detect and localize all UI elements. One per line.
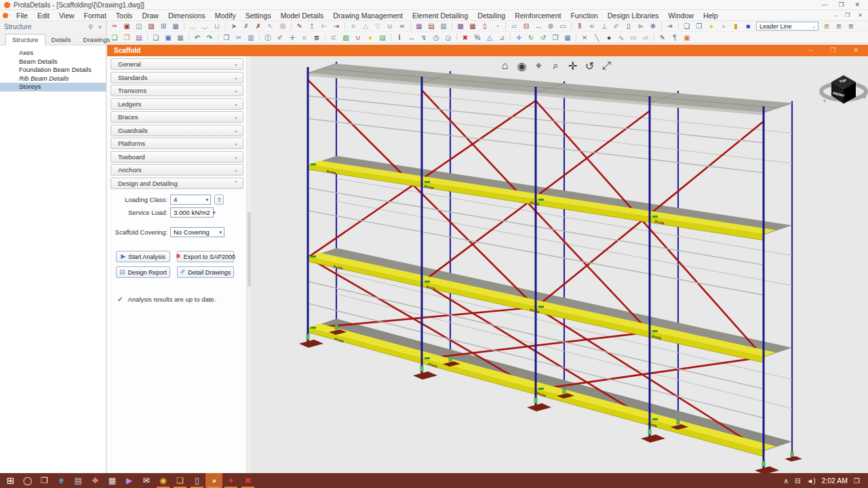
minimize-icon[interactable]: — xyxy=(821,1,827,9)
clock[interactable]: 2:02 AM xyxy=(822,476,848,485)
clock-icon[interactable]: ◷ xyxy=(430,33,442,43)
viewport-3d[interactable]: S E FRONT TOP ProtaProtaProtaProtaProtaP… xyxy=(251,56,868,473)
spray-icon[interactable]: ✐ xyxy=(274,33,286,43)
approx-icon[interactable]: ≂ xyxy=(586,21,598,31)
volume-icon[interactable]: ◄) xyxy=(806,477,815,485)
menu-format[interactable]: Format xyxy=(79,10,111,21)
pen2-icon[interactable]: ✐ xyxy=(610,21,623,31)
copy-layers-icon[interactable]: ❑ xyxy=(681,21,693,31)
bulb-on-icon[interactable]: ● xyxy=(705,21,717,31)
lock-icon[interactable]: ▮ xyxy=(730,21,742,31)
scaffold-restore-icon[interactable]: ❐ xyxy=(830,45,835,56)
menu-drawing-management[interactable]: Drawing Management xyxy=(328,10,408,21)
color-swatch-icon[interactable]: ■ xyxy=(742,21,754,31)
menu-draw[interactable]: Draw xyxy=(137,10,163,21)
section-general[interactable]: General ⌄ xyxy=(111,58,243,70)
redo-icon[interactable]: ↷ xyxy=(203,33,216,43)
file-explorer-icon[interactable]: ❏ xyxy=(172,473,189,488)
pan-icon[interactable]: ✛ xyxy=(513,33,525,43)
store-icon[interactable]: ▤ xyxy=(70,473,87,488)
export-up-icon[interactable]: ↥ xyxy=(306,21,318,31)
grid-dots-icon[interactable]: ⌗ xyxy=(298,33,311,43)
rebar-mark-icon[interactable]: ◫ xyxy=(133,21,145,31)
chrome-icon[interactable]: ◉ xyxy=(155,473,172,488)
tray-chevron-icon[interactable]: ∧ xyxy=(784,477,789,485)
schedule2-icon[interactable]: ▤ xyxy=(425,21,437,31)
menu-settings[interactable]: Settings xyxy=(241,10,276,21)
mesh-icon[interactable]: ⌗ xyxy=(347,21,359,31)
paste-icon[interactable]: ▥ xyxy=(245,33,257,43)
paragraph-icon[interactable]: ¶ xyxy=(669,33,681,43)
cascade-icon[interactable]: ❐ xyxy=(549,33,561,43)
scaffold-covering-combobox[interactable]: No Covering ▾ xyxy=(170,227,224,237)
menu-design-libraries[interactable]: Design Libraries xyxy=(603,10,664,21)
polygon-icon[interactable]: ▱ xyxy=(639,33,652,43)
flatten1-icon[interactable]: ≣ xyxy=(821,21,833,31)
table2-icon[interactable]: ▦ xyxy=(561,33,574,43)
bar-list-icon[interactable]: ▯ xyxy=(479,21,491,31)
mail-icon[interactable]: ✉ xyxy=(138,473,155,488)
mdi-restore-icon[interactable]: ❐ xyxy=(845,12,850,18)
dim-width-icon[interactable]: ↔ xyxy=(532,21,545,31)
cortana-button[interactable]: ◯ xyxy=(19,473,36,488)
flip-icon[interactable]: ⊿ xyxy=(496,33,508,43)
home-icon[interactable]: ⌂ xyxy=(499,60,511,73)
task-view-button[interactable]: ❐ xyxy=(36,473,53,488)
minus-box-icon[interactable]: ⊟ xyxy=(520,21,532,31)
tab-drawings[interactable]: Drawings xyxy=(77,35,117,45)
pin-icon[interactable]: ⚲ xyxy=(88,24,93,30)
regen2-icon[interactable]: ↺ xyxy=(537,33,549,43)
print-layers-icon[interactable]: ❒ xyxy=(693,21,705,31)
cross-grid-icon[interactable]: ⊞ xyxy=(277,21,289,31)
corner-icon[interactable]: ↖ xyxy=(264,21,277,31)
restore-icon[interactable]: ❐ xyxy=(838,1,844,9)
perp-icon[interactable]: ⊥ xyxy=(598,21,610,31)
bar-rect-icon[interactable]: ▯ xyxy=(623,21,635,31)
rebar-pencil-icon[interactable]: ✎ xyxy=(294,21,306,31)
scaffold-close-icon[interactable]: ✕ xyxy=(853,45,859,56)
table-icon[interactable]: ▦ xyxy=(170,21,182,31)
tree-item-storeys[interactable]: Storeys xyxy=(0,83,106,92)
close-doc-icon[interactable]: ▤ xyxy=(133,33,145,43)
design-report-button[interactable]: ▤ Design Report xyxy=(116,266,170,278)
pan-icon[interactable]: ✛ xyxy=(567,60,578,73)
mdi-close-icon[interactable]: ✕ xyxy=(858,12,863,18)
menu-view[interactable]: View xyxy=(54,10,79,21)
network-icon[interactable]: ⊟ xyxy=(795,477,800,485)
pencil-icon[interactable]: ✎ xyxy=(656,33,669,43)
notes-icon[interactable]: ▯ xyxy=(189,473,205,488)
rotate-icon[interactable]: ↺ xyxy=(584,60,595,73)
burst-icon[interactable]: ❋ xyxy=(647,21,659,31)
service-load-combobox[interactable]: 3.000 kN/m2 ▾ xyxy=(170,207,214,218)
section-platforms[interactable]: Platforms ⌄ xyxy=(111,138,243,149)
tree-item-axes[interactable]: Axes xyxy=(0,49,106,58)
menu-function[interactable]: Function xyxy=(566,10,602,21)
pie-icon[interactable]: ◔ xyxy=(491,21,503,31)
tab-details[interactable]: Details xyxy=(45,35,77,45)
menu-edit[interactable]: Edit xyxy=(33,10,54,21)
regen-icon[interactable]: ↻ xyxy=(525,33,537,43)
text-style-icon[interactable]: Ⓣ xyxy=(262,33,274,43)
flatten2-icon[interactable]: ≣ xyxy=(833,21,845,31)
section-braces[interactable]: Braces ⌄ xyxy=(111,111,243,123)
clock2-icon[interactable]: ◶ xyxy=(442,33,454,43)
active-color-icon[interactable]: ▣ xyxy=(681,33,693,43)
xline-icon[interactable]: ✕ xyxy=(578,33,591,43)
sphere-icon[interactable]: ● xyxy=(603,33,615,43)
zoom-window-icon[interactable]: ⌖ xyxy=(533,60,545,73)
copy-icon[interactable]: ❒ xyxy=(220,33,233,43)
tri-right-icon[interactable]: ⊳ xyxy=(635,21,647,31)
spline-icon[interactable]: ∿ xyxy=(615,33,627,43)
ray-icon[interactable]: ╲ xyxy=(591,33,603,43)
roman2-icon[interactable]: Ⅱ xyxy=(574,21,586,31)
tab-structure[interactable]: Structure xyxy=(5,34,45,45)
move-icon[interactable]: ✛ xyxy=(286,33,298,43)
acrobat-icon[interactable]: ✦ xyxy=(222,473,239,488)
flatten3-icon[interactable]: ≣ xyxy=(845,21,857,31)
photos-icon[interactable]: ❖ xyxy=(87,473,104,488)
u-bar-icon[interactable]: ∪ xyxy=(384,21,396,31)
break-line2-icon[interactable]: ✗ xyxy=(252,21,264,31)
start-button[interactable]: ⊞ xyxy=(2,473,19,488)
equal-bars-icon[interactable]: ≍ xyxy=(396,21,408,31)
tree-item-beam-details[interactable]: Beam Details xyxy=(0,58,106,66)
